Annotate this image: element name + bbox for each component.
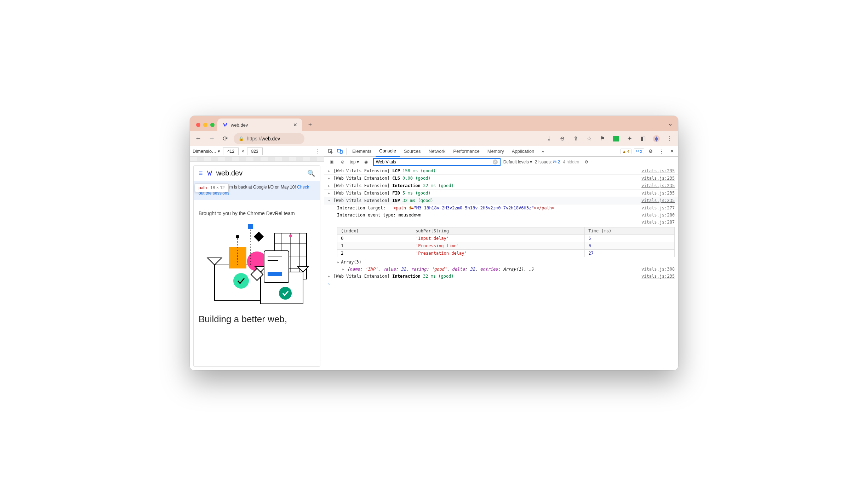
- menu-icon[interactable]: ⋮: [665, 134, 675, 144]
- flag-icon[interactable]: ⚑: [598, 134, 607, 144]
- back-button[interactable]: ←: [193, 134, 203, 144]
- browser-toolbar: ← → ⟳ 🔒 https://web.dev ⤓ ⊖ ⇪ ☆ ⚑ ✦ ◧ ⋮: [190, 131, 678, 146]
- tab-memory[interactable]: Memory: [484, 146, 508, 157]
- collapse-arrow-icon[interactable]: ▾: [328, 198, 331, 203]
- lock-icon: 🔒: [239, 136, 244, 141]
- tab-strip: web.dev ✕ +: [217, 118, 666, 131]
- address-bar[interactable]: 🔒 https://web.dev: [234, 133, 304, 144]
- expand-arrow-icon[interactable]: ▸: [328, 191, 331, 196]
- height-input[interactable]: [247, 147, 263, 155]
- tab-list-button[interactable]: ⌄: [666, 120, 675, 127]
- svg-point-18: [289, 235, 292, 237]
- levels-dropdown[interactable]: Default levels ▾: [503, 160, 532, 164]
- extension-square-icon[interactable]: [611, 134, 621, 144]
- tab-elements[interactable]: Elements: [349, 146, 375, 157]
- device-toggle-icon[interactable]: [336, 147, 344, 156]
- devtools-menu-icon[interactable]: ⋮: [657, 147, 666, 156]
- source-link[interactable]: vitals.js:235: [641, 183, 675, 188]
- console-prompt[interactable]: ›: [324, 280, 678, 288]
- tab-sources[interactable]: Sources: [400, 146, 424, 157]
- array-expand[interactable]: ▸Array(3): [324, 259, 678, 266]
- reload-button[interactable]: ⟳: [220, 134, 230, 144]
- device-mode-pane: Dimensio…▾ × ⋮ ≡ web.dev 🔍: [190, 146, 324, 370]
- info-badge[interactable]: ✉ 2: [634, 148, 644, 154]
- filter-input[interactable]: ✕: [373, 158, 501, 166]
- settings-icon[interactable]: ⚙: [646, 147, 655, 156]
- source-link[interactable]: vitals.js:235: [641, 191, 675, 196]
- source-link[interactable]: vitals.js:280: [641, 213, 675, 218]
- url-text: https://web.dev: [247, 136, 280, 141]
- width-input[interactable]: [223, 147, 239, 155]
- object-line[interactable]: ▸ {name: 'INP', value: 32, rating: 'good…: [324, 266, 678, 273]
- console-message-expanded[interactable]: ▾ [Web Vitals Extension] INP 32 ms (good…: [324, 197, 678, 204]
- hamburger-icon[interactable]: ≡: [199, 169, 203, 177]
- console-message[interactable]: ▸ [Web Vitals Extension] Interaction 32 …: [324, 182, 678, 190]
- install-icon[interactable]: ⤓: [544, 134, 554, 144]
- tab-title: web.dev: [231, 122, 290, 128]
- context-dropdown[interactable]: top ▾: [350, 160, 359, 164]
- tab-network[interactable]: Network: [425, 146, 449, 157]
- clear-console-icon[interactable]: ⊘: [338, 158, 347, 166]
- source-link[interactable]: vitals.js:235: [641, 168, 675, 173]
- close-devtools-icon[interactable]: ✕: [668, 147, 676, 156]
- table-header[interactable]: Time (ms): [585, 227, 675, 235]
- source-link[interactable]: vitals.js:287: [641, 220, 675, 225]
- expand-arrow-icon[interactable]: ▸: [328, 274, 331, 279]
- close-window-button[interactable]: [196, 123, 200, 127]
- svg-rect-22: [264, 251, 289, 283]
- extensions-icon[interactable]: ✦: [624, 134, 634, 144]
- more-tabs-icon[interactable]: »: [538, 147, 547, 156]
- console-output: ▸ [Web Vitals Extension] LCP 158 ms (goo…: [324, 167, 678, 370]
- window-controls: [193, 123, 217, 131]
- dim-separator: ×: [241, 149, 244, 154]
- titlebar: web.dev ✕ + ⌄: [190, 116, 678, 131]
- expand-arrow-icon[interactable]: ▸: [328, 168, 331, 173]
- table-header[interactable]: (index): [337, 227, 412, 235]
- forward-button[interactable]: →: [207, 134, 217, 144]
- source-link[interactable]: vitals.js:277: [641, 206, 675, 210]
- sidepanel-icon[interactable]: ◧: [638, 134, 648, 144]
- device-more-icon[interactable]: ⋮: [315, 147, 321, 155]
- console-message[interactable]: ▸ [Web Vitals Extension] CLS 0.00 (good)…: [324, 175, 678, 182]
- console-sub-message: Interaction event type: mousedown vitals…: [324, 212, 678, 219]
- source-link[interactable]: vitals.js:308: [641, 267, 675, 272]
- expand-arrow-icon[interactable]: ▸: [328, 183, 331, 188]
- filter-text[interactable]: [376, 160, 491, 164]
- maximize-window-button[interactable]: [210, 123, 215, 127]
- tab-performance[interactable]: Performance: [450, 146, 483, 157]
- table-header[interactable]: subPartString: [412, 227, 585, 235]
- expand-arrow-icon[interactable]: ▸: [328, 176, 331, 181]
- bookmark-icon[interactable]: ☆: [584, 134, 594, 144]
- warnings-badge[interactable]: ▲ 4: [620, 149, 632, 154]
- inspect-icon[interactable]: [326, 147, 335, 156]
- source-link[interactable]: vitals.js:235: [641, 198, 675, 203]
- hero-illustration: [204, 222, 310, 307]
- tab-application[interactable]: Application: [508, 146, 538, 157]
- table-row: 2 'Presentation delay' 27: [337, 250, 675, 257]
- html-element[interactable]: <path: [393, 206, 409, 210]
- console-message[interactable]: ▸ [Web Vitals Extension] FID 5 ms (good)…: [324, 190, 678, 197]
- minimize-window-button[interactable]: [203, 123, 207, 127]
- share-icon[interactable]: ⇪: [571, 134, 581, 144]
- site-search-icon[interactable]: 🔍: [307, 169, 315, 177]
- new-tab-button[interactable]: +: [305, 120, 315, 130]
- console-sidebar-toggle-icon[interactable]: ▣: [327, 158, 336, 166]
- svg-marker-2: [207, 258, 222, 265]
- svg-point-7: [236, 235, 239, 238]
- close-tab-icon[interactable]: ✕: [293, 122, 297, 128]
- issues-link[interactable]: 2 Issues: ✉ 2: [535, 160, 560, 164]
- console-settings-icon[interactable]: ⚙: [582, 158, 590, 166]
- source-link[interactable]: vitals.js:235: [641, 176, 675, 181]
- console-message[interactable]: ▸ [Web Vitals Extension] LCP 158 ms (goo…: [324, 167, 678, 175]
- clear-filter-icon[interactable]: ✕: [493, 160, 498, 164]
- browser-tab[interactable]: web.dev ✕: [217, 118, 302, 131]
- dimensions-dropdown[interactable]: Dimensio…▾: [193, 149, 220, 154]
- content-area: Dimensio…▾ × ⋮ ≡ web.dev 🔍: [190, 146, 678, 370]
- live-expression-icon[interactable]: ◉: [362, 158, 370, 166]
- profile-avatar[interactable]: [651, 134, 661, 144]
- console-message[interactable]: ▸ [Web Vitals Extension] Interaction 32 …: [324, 273, 678, 280]
- zoom-icon[interactable]: ⊖: [557, 134, 567, 144]
- source-link[interactable]: vitals.js:235: [641, 274, 675, 279]
- site-logo[interactable]: web.dev: [206, 169, 243, 177]
- tab-console[interactable]: Console: [376, 146, 400, 157]
